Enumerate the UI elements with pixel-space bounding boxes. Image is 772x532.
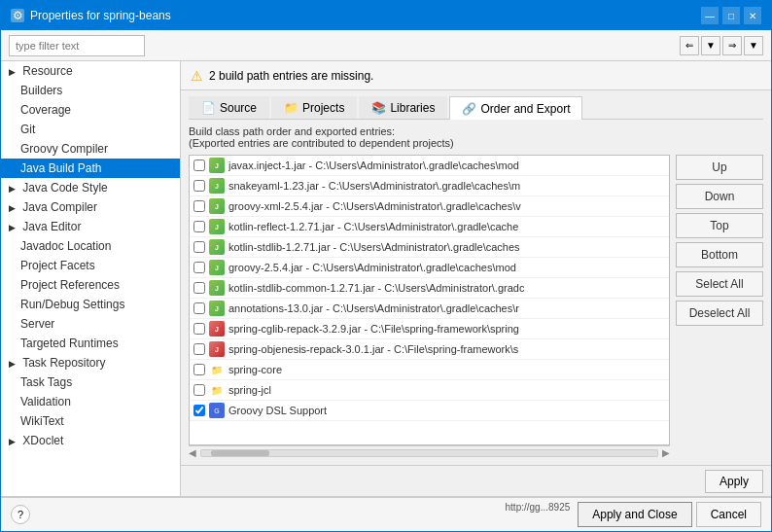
list-item[interactable]: J kotlin-stdlib-common-1.2.71.jar - C:\U…	[190, 278, 669, 299]
list-item[interactable]: J groovy-2.5.4.jar - C:\Users\Administra…	[190, 258, 669, 278]
entry-checkbox[interactable]	[193, 180, 205, 192]
order-tab-icon: 🔗	[462, 102, 476, 116]
list-item[interactable]: 📁 spring-core	[190, 360, 669, 380]
back-button[interactable]: ⇐	[680, 36, 699, 55]
up-button[interactable]: Up	[676, 155, 763, 180]
jar-icon: J	[209, 198, 225, 214]
select-all-button[interactable]: Select All	[676, 271, 763, 297]
entry-checkbox[interactable]	[193, 262, 205, 273]
groovy-icon: G	[209, 403, 225, 418]
tab-source[interactable]: 📄 Source	[189, 96, 269, 119]
entry-text: kotlin-stdlib-common-1.2.71.jar - C:\Use…	[228, 282, 524, 294]
maximize-button[interactable]: □	[722, 7, 740, 24]
panel-description: Build class path order and exported entr…	[189, 125, 763, 149]
scroll-right-arrow[interactable]: ▶	[662, 447, 670, 458]
sidebar-item-java-code-style[interactable]: ▶ Java Code Style	[1, 178, 180, 197]
libraries-tab-icon: 📚	[371, 101, 386, 115]
list-item[interactable]: J groovy-xml-2.5.4.jar - C:\Users\Admini…	[190, 196, 669, 217]
dropdown-button[interactable]: ▼	[744, 36, 763, 55]
apply-button[interactable]: Apply	[705, 470, 763, 493]
separator: ▼	[701, 36, 720, 55]
sidebar-item-task-tags[interactable]: Task Tags	[1, 372, 180, 392]
jar-icon: J	[209, 239, 225, 255]
entry-checkbox[interactable]	[193, 302, 205, 314]
sidebar: ▶ Resource Builders Coverage Git Groovy …	[1, 61, 181, 496]
sidebar-item-wikitext[interactable]: WikiText	[1, 411, 180, 431]
sidebar-item-validation[interactable]: Validation	[1, 392, 180, 411]
deselect-all-button[interactable]: Deselect All	[676, 301, 763, 326]
sidebar-item-resource[interactable]: ▶ Resource	[1, 61, 180, 81]
entry-checkbox[interactable]	[193, 282, 205, 294]
entry-checkbox[interactable]	[193, 384, 205, 396]
footer-bar: ? http://gg...8925 Apply and Close Cance…	[1, 496, 771, 531]
sidebar-item-run-debug[interactable]: Run/Debug Settings	[1, 295, 180, 314]
entry-checkbox[interactable]	[193, 200, 205, 212]
desc-line1: Build class path order and exported entr…	[189, 125, 763, 137]
tab-order-export[interactable]: 🔗 Order and Export	[449, 96, 582, 120]
list-item[interactable]: G Groovy DSL Support	[190, 401, 669, 421]
entry-checkbox[interactable]	[193, 343, 205, 355]
entry-checkbox[interactable]	[193, 241, 205, 253]
desc-line2: (Exported entries are contributed to dep…	[189, 137, 763, 149]
top-button[interactable]: Top	[676, 213, 763, 238]
entry-text: groovy-xml-2.5.4.jar - C:\Users\Administ…	[228, 200, 521, 212]
arrow-icon: ▶	[9, 67, 16, 77]
entry-text: kotlin-reflect-1.2.71.jar - C:\Users\Adm…	[228, 221, 518, 232]
search-input[interactable]	[9, 35, 145, 56]
tab-libraries[interactable]: 📚 Libraries	[359, 96, 447, 119]
jar-icon: J	[209, 158, 225, 173]
scroll-track	[200, 449, 658, 457]
sidebar-item-builders[interactable]: Builders	[1, 81, 180, 100]
entry-checkbox[interactable]	[193, 323, 205, 335]
tab-projects[interactable]: 📁 Projects	[271, 96, 357, 119]
entry-text: annotations-13.0.jar - C:\Users\Administ…	[228, 302, 519, 314]
sidebar-item-project-references[interactable]: Project References	[1, 275, 180, 295]
toolbar: ⇐ ▼ ⇒ ▼	[1, 30, 771, 61]
warning-bar: ⚠ 2 build path entries are missing.	[181, 61, 771, 90]
warning-text: 2 build path entries are missing.	[209, 69, 373, 83]
sidebar-item-javadoc-location[interactable]: Javadoc Location	[1, 236, 180, 256]
entry-checkbox[interactable]	[193, 364, 205, 375]
forward-button[interactable]: ⇒	[722, 36, 742, 55]
sidebar-item-java-compiler[interactable]: ▶ Java Compiler	[1, 197, 180, 217]
window-controls: — □ ✕	[701, 7, 761, 24]
sidebar-item-coverage[interactable]: Coverage	[1, 100, 180, 120]
sidebar-item-task-repository[interactable]: ▶ Task Repository	[1, 353, 180, 372]
sidebar-item-java-build-path[interactable]: Java Build Path	[1, 159, 180, 178]
entry-text: spring-cglib-repack-3.2.9.jar - C:\File\…	[228, 323, 519, 335]
entry-text: kotlin-stdlib-1.2.71.jar - C:\Users\Admi…	[228, 241, 520, 253]
entry-checkbox[interactable]	[193, 221, 205, 232]
list-item[interactable]: 📁 spring-jcl	[190, 380, 669, 401]
list-item[interactable]: J spring-cglib-repack-3.2.9.jar - C:\Fil…	[190, 319, 669, 339]
list-item[interactable]: J spring-objenesis-repack-3.0.1.jar - C:…	[190, 339, 669, 360]
sidebar-item-java-editor[interactable]: ▶ Java Editor	[1, 217, 180, 236]
down-button[interactable]: Down	[676, 184, 763, 209]
list-item[interactable]: J snakeyaml-1.23.jar - C:\Users\Administ…	[190, 176, 669, 196]
entry-checkbox[interactable]	[193, 160, 205, 171]
horizontal-scrollbar[interactable]: ◀ ▶	[189, 445, 670, 459]
scroll-left-arrow[interactable]: ◀	[189, 447, 196, 458]
sidebar-item-targeted-runtimes[interactable]: Targeted Runtimes	[1, 334, 180, 353]
minimize-button[interactable]: —	[701, 7, 719, 24]
bottom-button[interactable]: Bottom	[676, 242, 763, 267]
help-button[interactable]: ?	[11, 505, 30, 524]
entry-checkbox[interactable]	[193, 405, 205, 416]
list-item[interactable]: J kotlin-stdlib-1.2.71.jar - C:\Users\Ad…	[190, 237, 669, 258]
sidebar-item-xdoclet[interactable]: ▶ XDoclet	[1, 431, 180, 450]
source-tab-icon: 📄	[201, 101, 216, 115]
sidebar-item-server[interactable]: Server	[1, 314, 180, 334]
close-button[interactable]: ✕	[744, 7, 761, 24]
sidebar-item-git[interactable]: Git	[1, 120, 180, 139]
action-buttons: Up Down Top Bottom Select All Deselect A…	[676, 155, 763, 459]
cancel-button[interactable]: Cancel	[696, 502, 761, 527]
list-item[interactable]: J kotlin-reflect-1.2.71.jar - C:\Users\A…	[190, 217, 669, 237]
sidebar-item-groovy-compiler[interactable]: Groovy Compiler	[1, 139, 180, 159]
list-item[interactable]: J annotations-13.0.jar - C:\Users\Admini…	[190, 299, 669, 319]
arrow-icon: ▶	[9, 203, 16, 213]
jar-icon: J	[209, 301, 225, 316]
list-item[interactable]: J javax.inject-1.jar - C:\Users\Administ…	[190, 156, 669, 176]
scroll-thumb[interactable]	[211, 450, 269, 456]
entries-list[interactable]: J javax.inject-1.jar - C:\Users\Administ…	[189, 155, 670, 445]
sidebar-item-project-facets[interactable]: Project Facets	[1, 256, 180, 275]
apply-and-close-button[interactable]: Apply and Close	[578, 502, 691, 527]
